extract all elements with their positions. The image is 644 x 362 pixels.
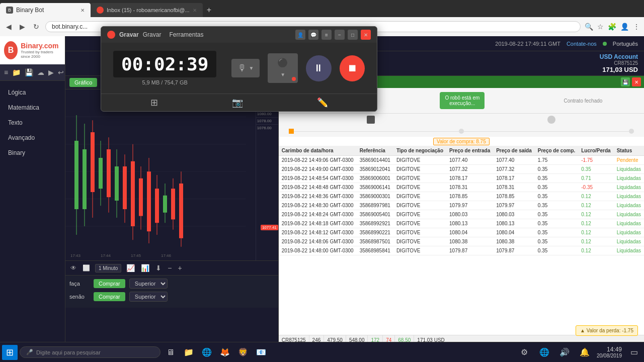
obs-maximize-btn[interactable]: □: [348, 30, 358, 40]
obs-camera-bottom-btn[interactable]: 📷: [232, 97, 243, 108]
sidebar-tools: ≡ 📁 💾 ☁ ▶ ↩: [0, 64, 65, 81]
chart-square-btn[interactable]: ⬜: [82, 263, 91, 273]
taskbar-brave[interactable]: 🦁: [235, 344, 251, 360]
panel-close-btn[interactable]: ✕: [632, 77, 641, 86]
code-select-2[interactable]: Superior: [129, 292, 168, 302]
obs-profile-btn[interactable]: 👤: [295, 30, 305, 40]
clock-date: 20/08/2019: [597, 353, 622, 358]
taskbar-network-icon[interactable]: 🌐: [536, 344, 552, 360]
tab-grafico[interactable]: Gráfico: [69, 78, 97, 87]
obs-minimize-btn[interactable]: −: [335, 30, 345, 40]
sidebar-item-binary[interactable]: Binary: [0, 145, 65, 160]
menu-icon[interactable]: ⋮: [633, 23, 640, 31]
cell-entry: 1078.85: [446, 192, 493, 201]
account-icon[interactable]: 👤: [620, 23, 629, 31]
svg-rect-18: [123, 166, 127, 209]
obs-title-label: Gravar: [119, 31, 139, 38]
chart-bar-btn[interactable]: 📊: [140, 263, 150, 273]
chart-hide-btn[interactable]: 👁: [69, 263, 77, 273]
cell-ref: 35869006001: [357, 174, 393, 183]
code-select-1[interactable]: Superior: [129, 279, 168, 289]
cell-exit: 1079.87: [493, 246, 535, 255]
cell-profit: 0.35: [578, 165, 613, 174]
chart-download-btn[interactable]: ⬇: [154, 263, 163, 273]
new-tab-button[interactable]: +: [203, 6, 215, 15]
contact-link[interactable]: Contate-nos: [567, 41, 597, 47]
taskbar-search[interactable]: 🎤 Digite aqui para pesquisar: [20, 346, 160, 358]
tool-btn-2[interactable]: 📁: [11, 67, 22, 77]
forward-button[interactable]: ▶: [18, 22, 27, 32]
obs-audio-btn[interactable]: 🎙 ▼: [231, 59, 260, 77]
cell-entry: 1079.87: [446, 246, 493, 255]
show-desktop-btn[interactable]: ▭: [626, 344, 642, 360]
svg-text:17:44: 17:44: [101, 253, 111, 258]
tab-close-binary[interactable]: ✕: [80, 8, 85, 13]
cell-profit: 0.12: [578, 192, 613, 201]
obs-menu-ferramentas[interactable]: Ferramentas: [169, 31, 203, 38]
obs-settings-btn[interactable]: ≡: [321, 30, 332, 40]
chart-plus-btn[interactable]: +: [177, 263, 183, 273]
obs-stop-btn[interactable]: ⏹: [340, 55, 365, 81]
obs-window-buttons: 👤 💬 ≡ − □ ✕: [295, 30, 371, 40]
taskbar-email[interactable]: 📧: [253, 344, 269, 360]
obs-close-btn[interactable]: ✕: [361, 30, 371, 40]
start-button[interactable]: ⊞: [2, 345, 18, 360]
obs-controls: 🎙 ▼ ⚫ ▼ ⏸ ⏹: [231, 53, 365, 83]
svg-rect-30: [171, 189, 175, 219]
code-buy-btn-2[interactable]: Comprar: [94, 292, 125, 301]
chart-minus-btn[interactable]: −: [167, 263, 173, 273]
obs-chat-btn[interactable]: 💬: [308, 30, 318, 40]
back-button[interactable]: ◀: [4, 22, 14, 32]
search-icon[interactable]: 🔍: [585, 23, 593, 31]
tab-gmail[interactable]: Inbox (15) - roboamericanofbi@... ✕: [91, 3, 203, 17]
refresh-button[interactable]: ↻: [31, 22, 41, 32]
browser-toolbar-icons: 🔍 ☆ 🧩 👤 ⋮: [585, 23, 640, 31]
sidebar-item-avancado[interactable]: Avançado: [0, 130, 65, 145]
code-panel: faça Comprar Superior senão Comprar Supe…: [65, 275, 278, 308]
tool-btn-5[interactable]: ▶: [47, 67, 55, 77]
trade-table: Carimbo de data/hora Referência Tipo de …: [279, 146, 644, 255]
trade-table-container[interactable]: Carimbo de data/hora Referência Tipo de …: [279, 146, 644, 335]
svg-rect-32: [179, 184, 183, 238]
tab-close-gmail[interactable]: ✕: [193, 8, 197, 13]
cell-entry: 1080.13: [446, 219, 493, 228]
panel-save-btn[interactable]: 💾: [621, 77, 630, 86]
cell-timestamp: 2019-08-22 14:49:00 GMT-0300: [279, 165, 357, 174]
tool-btn-6[interactable]: ↩: [57, 67, 65, 77]
taskbar-settings-icon[interactable]: ⚙: [516, 344, 532, 360]
code-buy-btn-1[interactable]: Comprar: [94, 279, 125, 288]
chart-line-btn[interactable]: 📈: [125, 263, 136, 273]
table-row: 2019-08-22 14:48:00 GMT-0300 35868985841…: [279, 246, 644, 255]
taskbar-sound-icon[interactable]: 🔊: [556, 344, 573, 360]
taskbar-notification-icon[interactable]: 🔔: [577, 344, 593, 360]
tool-btn-3[interactable]: 💾: [24, 67, 34, 77]
loss-warning: ▲ Valor da perda: -1.75: [576, 325, 638, 336]
progress-dot-active: [289, 129, 294, 134]
cell-exit: 1080.04: [493, 228, 535, 237]
sidebar-item-texto[interactable]: Texto: [0, 115, 65, 130]
taskbar-task-view[interactable]: 🖥: [163, 344, 179, 360]
tool-btn-1[interactable]: ≡: [3, 67, 9, 77]
cell-ref: 35869005401: [357, 210, 393, 219]
star-icon[interactable]: ☆: [597, 23, 604, 31]
timeframe-selector[interactable]: 1 Minuto: [95, 264, 121, 273]
obs-pause-btn[interactable]: ⏸: [306, 55, 331, 81]
language-selector[interactable]: Português: [613, 41, 638, 47]
tab-binary-bot[interactable]: B Binary Bot ✕: [0, 3, 91, 17]
taskbar-edge[interactable]: 🌐: [199, 344, 215, 360]
obs-menu-gravar[interactable]: Gravar: [143, 31, 162, 38]
extensions-icon[interactable]: 🧩: [608, 23, 616, 31]
progress-area: [279, 126, 644, 137]
obs-grid-btn[interactable]: ⊞: [150, 97, 158, 108]
obs-camera-btn[interactable]: ⚫ ▼: [268, 53, 298, 83]
sidebar-item-logica[interactable]: Lógica: [0, 85, 65, 100]
sidebar-item-matematica[interactable]: Matemática: [0, 100, 65, 115]
taskbar-explorer[interactable]: 📁: [181, 344, 197, 360]
trade-table-header-row: Carimbo de data/hora Referência Tipo de …: [279, 146, 644, 156]
code-row-2: senão Comprar Superior: [69, 292, 274, 302]
cell-status: Liquidadas: [614, 210, 644, 219]
tool-btn-4[interactable]: ☁: [36, 67, 45, 77]
taskbar-firefox[interactable]: 🦊: [217, 344, 233, 360]
obs-pencil-btn[interactable]: ✏️: [317, 97, 328, 108]
cell-buy: 1.75: [535, 156, 578, 165]
